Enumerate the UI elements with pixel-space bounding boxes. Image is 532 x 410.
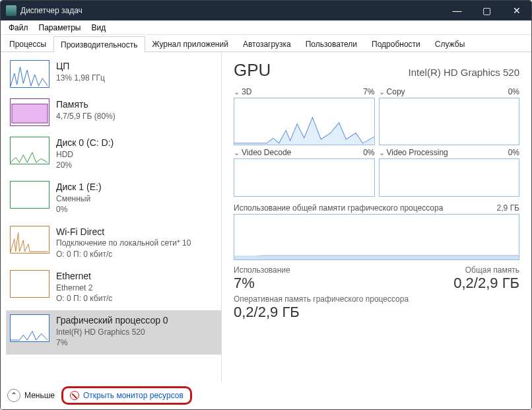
engine-copy-pct: 0%	[508, 87, 519, 96]
sidebar-cpu-stat: 13% 1,98 ГГц	[56, 73, 105, 83]
sidebar-disk0-line2: 20%	[56, 160, 114, 170]
minimize-button[interactable]: —	[442, 1, 472, 20]
tab-app-history[interactable]: Журнал приложений	[145, 36, 236, 51]
detail-title: GPU	[234, 60, 271, 81]
svg-rect-0	[12, 104, 48, 123]
menu-file[interactable]: Файл	[3, 22, 34, 34]
sidebar-item-disk0[interactable]: Диск 0 (C: D:) HDD 20%	[6, 133, 221, 177]
fewer-details-label: Меньше	[24, 391, 55, 400]
sidebar-eth-name: Ethernet	[56, 270, 112, 283]
engine-vdec-graph	[234, 158, 375, 197]
gpu-thumb-icon	[10, 314, 50, 342]
sidebar-wifi-name: Wi-Fi Direct	[56, 226, 191, 238]
maximize-button[interactable]: ▢	[472, 1, 502, 20]
window-title: Диспетчер задач	[20, 6, 442, 15]
tab-performance[interactable]: Производительность	[53, 36, 145, 52]
menubar: Файл Параметры Вид	[1, 20, 531, 35]
sidebar-gpu-line2: 7%	[56, 337, 168, 348]
host-mem-value: 0,2/2,9 ГБ	[234, 304, 409, 321]
sidebar-disk1-line1: Сменный	[56, 193, 102, 204]
tab-services[interactable]: Службы	[428, 36, 472, 51]
engine-vproc-graph	[379, 158, 520, 197]
sidebar-mem-stat: 4,7/5,9 ГБ (80%)	[56, 111, 116, 121]
shared-memory-section: Использование общей памяти графического …	[234, 203, 519, 260]
engine-copy-graph	[379, 98, 520, 145]
util-label: Использование	[234, 265, 290, 275]
sidebar-mem-name: Память	[56, 98, 116, 111]
close-button[interactable]: ✕	[502, 1, 531, 20]
tabstrip: Процессы Производительность Журнал прило…	[1, 35, 531, 52]
util-value: 7%	[234, 275, 290, 292]
engine-copy-label[interactable]: Copy	[379, 87, 405, 96]
sidebar-disk1-line2: 0%	[56, 204, 102, 215]
sidebar-item-wifi[interactable]: Wi-Fi Direct Подключение по локальной се…	[6, 222, 221, 266]
titlebar[interactable]: Диспетчер задач — ▢ ✕	[1, 1, 531, 20]
resource-monitor-highlight: Открыть монитор ресурсов	[61, 386, 192, 405]
shared-mem-label: Использование общей памяти графического …	[234, 203, 443, 213]
engine-copy: Copy 0%	[379, 85, 520, 145]
sidebar-gpu-line1: Intel(R) HD Graphics 520	[56, 327, 168, 337]
detail-pane: GPU Intel(R) HD Graphics 520 3D 7% Copy	[222, 52, 531, 409]
sidebar-cpu-name: ЦП	[56, 60, 105, 73]
body: ЦП 13% 1,98 ГГц Память 4,7/5,9 ГБ (80%)	[1, 52, 531, 409]
disk0-thumb-icon	[10, 137, 50, 164]
detail-header: GPU Intel(R) HD Graphics 520	[234, 60, 519, 81]
engine-vdec-pct: 0%	[363, 148, 374, 157]
shared-mem-graph	[234, 214, 519, 260]
eth-thumb-icon	[10, 270, 50, 298]
sidebar-disk0-name: Диск 0 (C: D:)	[56, 137, 114, 149]
sidebar-disk1-name: Диск 1 (E:)	[56, 181, 102, 193]
total-mem-label: Общая память	[453, 265, 519, 275]
sidebar-item-disk1[interactable]: Диск 1 (E:) Сменный 0%	[6, 177, 221, 221]
sidebar-disk0-line1: HDD	[56, 149, 114, 160]
fewer-details-button[interactable]: ⌃ Меньше	[7, 389, 55, 402]
total-mem-value: 0,2/2,9 ГБ	[453, 275, 519, 292]
tab-processes[interactable]: Процессы	[2, 36, 53, 51]
sidebar-item-cpu[interactable]: ЦП 13% 1,98 ГГц	[6, 56, 221, 94]
sidebar-wifi-line1: Подключение по локальной сети* 10	[56, 238, 191, 248]
svg-rect-1	[234, 256, 519, 259]
task-manager-window: Диспетчер задач — ▢ ✕ Файл Параметры Вид…	[0, 0, 532, 410]
engine-vproc-label[interactable]: Video Processing	[379, 148, 448, 157]
window-controls: — ▢ ✕	[442, 1, 531, 20]
disk1-thumb-icon	[10, 181, 50, 209]
gpu-stats: Использование 7% Общая память 0,2/2,9 ГБ	[234, 265, 519, 292]
tab-users[interactable]: Пользователи	[298, 36, 364, 51]
sidebar-item-memory[interactable]: Память 4,7/5,9 ГБ (80%)	[6, 94, 221, 133]
engine-3d-label[interactable]: 3D	[234, 87, 251, 96]
menu-view[interactable]: Вид	[86, 22, 111, 34]
sidebar-eth-line2: О: 0 П: 0 кбит/с	[56, 293, 112, 304]
host-mem-label: Оперативная память графического процессо…	[234, 294, 409, 304]
resource-monitor-icon	[70, 391, 79, 400]
shared-mem-max: 2,9 ГБ	[497, 203, 519, 213]
engine-vdec-label[interactable]: Video Decode	[234, 148, 291, 157]
engine-3d-pct: 7%	[363, 87, 374, 96]
tab-startup[interactable]: Автозагрузка	[236, 36, 298, 51]
memory-thumb-icon	[10, 98, 50, 126]
sidebar-wifi-line2: О: 0 П: 0 кбит/с	[56, 249, 191, 259]
open-resource-monitor-link[interactable]: Открыть монитор ресурсов	[83, 391, 183, 400]
sidebar-item-ethernet[interactable]: Ethernet Ethernet 2 О: 0 П: 0 кбит/с	[6, 266, 221, 310]
engine-3d-graph	[234, 98, 375, 145]
wifi-thumb-icon	[10, 226, 50, 254]
menu-options[interactable]: Параметры	[34, 22, 86, 34]
sidebar-gpu-name: Графический процессор 0	[56, 314, 168, 327]
sidebar[interactable]: ЦП 13% 1,98 ГГц Память 4,7/5,9 ГБ (80%)	[1, 52, 222, 382]
sidebar-eth-line1: Ethernet 2	[56, 283, 112, 293]
sidebar-item-gpu[interactable]: Графический процессор 0 Intel(R) HD Grap…	[6, 310, 221, 355]
tab-details[interactable]: Подробности	[364, 36, 428, 51]
engine-3d: 3D 7%	[234, 85, 375, 145]
cpu-thumb-icon	[10, 60, 50, 88]
engine-video-processing: Video Processing 0%	[379, 145, 520, 197]
chevron-up-icon: ⌃	[7, 389, 20, 402]
engine-video-decode: Video Decode 0%	[234, 145, 375, 197]
app-icon	[6, 5, 17, 16]
engine-vproc-pct: 0%	[508, 148, 519, 157]
gpu-adapter-name: Intel(R) HD Graphics 520	[409, 67, 519, 78]
bottombar: ⌃ Меньше Открыть монитор ресурсов	[1, 382, 222, 409]
